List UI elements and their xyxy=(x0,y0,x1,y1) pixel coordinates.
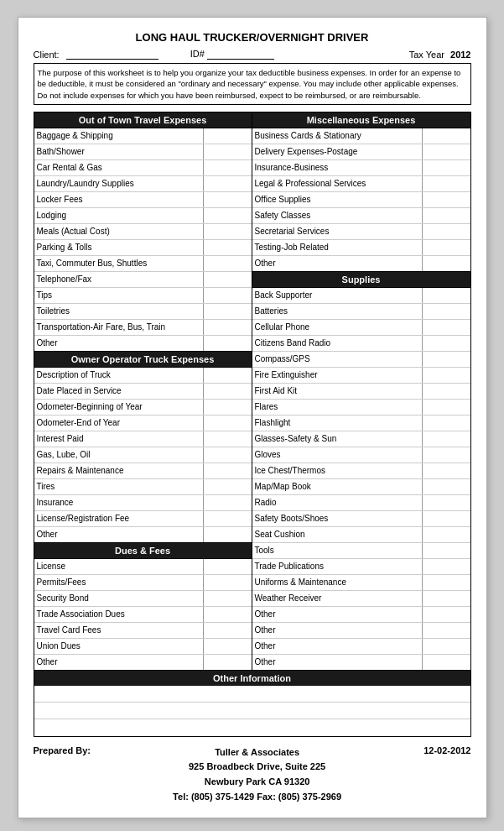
list-item: Other xyxy=(34,527,252,543)
list-item: Insurance xyxy=(34,495,252,511)
list-item: Date Placed in Service xyxy=(34,384,252,400)
list-item: Citizens Band Radio xyxy=(252,336,470,352)
list-item: Taxi, Commuter Bus, Shuttles xyxy=(34,256,252,272)
list-item: Ice Chest/Thermos xyxy=(252,463,470,479)
list-item: License/Registration Fee xyxy=(34,511,252,527)
list-item: First Aid Kit xyxy=(252,384,470,400)
list-item: Lodging xyxy=(34,208,252,224)
list-item: Transportation-Air Fare, Bus, Train xyxy=(34,320,252,336)
list-item: Travel Card Fees xyxy=(34,623,252,639)
list-item: Insurance-Business xyxy=(252,160,470,176)
other-info-row[interactable] xyxy=(34,686,470,703)
list-item: Telephone/Fax xyxy=(34,272,252,288)
other-info-row[interactable] xyxy=(34,703,470,719)
list-item: Trade Publications xyxy=(252,559,470,575)
list-item: Other xyxy=(252,655,470,671)
id-value[interactable] xyxy=(207,49,274,60)
list-item: Toiletries xyxy=(34,304,252,320)
tax-year-value: 2012 xyxy=(450,50,470,60)
list-item: Map/Map Book xyxy=(252,479,470,495)
list-item: Gas, Lube, Oil xyxy=(34,447,252,463)
other-info-section: Other Information xyxy=(34,671,471,737)
main-grid: Out of Town Travel Expenses Baggage & Sh… xyxy=(34,112,471,671)
list-item: Meals (Actual Cost) xyxy=(34,224,252,240)
client-value[interactable] xyxy=(66,49,158,60)
company-name: Tuller & Associates xyxy=(173,745,341,760)
list-item: Compass/GPS xyxy=(252,352,470,368)
section-header-truck: Owner Operator Truck Expenses xyxy=(34,352,252,368)
taxyear-section: Tax Year 2012 xyxy=(409,50,471,60)
list-item: Glasses-Safety & Sun xyxy=(252,431,470,447)
list-item: Safety Classes xyxy=(252,208,470,224)
list-item: Description of Truck xyxy=(34,368,252,384)
list-item: Trade Association Dues xyxy=(34,607,252,623)
list-item: Odometer-End of Year xyxy=(34,416,252,431)
client-label: Client: xyxy=(34,50,60,60)
id-label: ID# xyxy=(190,49,205,59)
list-item: Permits/Fees xyxy=(34,575,252,591)
section-header-dues: Dues & Fees xyxy=(34,543,252,559)
client-row: Client: ID# Tax Year 2012 xyxy=(34,49,471,60)
prepared-by-label: Prepared By: xyxy=(34,745,91,755)
list-item: Other xyxy=(252,639,470,655)
other-info-row[interactable] xyxy=(34,719,470,736)
footer: Prepared By: Tuller & Associates 925 Bro… xyxy=(34,745,471,804)
list-item: Other xyxy=(252,623,470,639)
list-item: Legal & Professional Services xyxy=(252,176,470,192)
list-item: Union Dues xyxy=(34,639,252,655)
list-item: Other xyxy=(34,336,252,352)
list-item: Bath/Shower xyxy=(34,144,252,160)
list-item: Odometer-Beginning of Year xyxy=(34,400,252,416)
section-header-supplies: Supplies xyxy=(252,272,470,288)
list-item: Other xyxy=(252,256,470,272)
list-item: Parking & Tolls xyxy=(34,240,252,256)
page-title: LONG HAUL TRUCKER/OVERNIGHT DRIVER xyxy=(34,31,471,44)
list-item: Business Cards & Stationary xyxy=(252,128,470,144)
list-item: Interest Paid xyxy=(34,431,252,447)
other-info-header: Other Information xyxy=(34,671,470,686)
list-item: Secretarial Services xyxy=(252,224,470,240)
list-item: Other xyxy=(34,655,252,671)
phone: Tel: (805) 375-1429 Fax: (805) 375-2969 xyxy=(173,790,341,805)
list-item: Radio xyxy=(252,495,470,511)
address2: Newbury Park CA 91320 xyxy=(173,775,341,790)
tax-year-label: Tax Year xyxy=(409,50,444,60)
list-item: Laundry/Laundry Supplies xyxy=(34,176,252,192)
other-info-rows xyxy=(34,686,470,736)
list-item: Back Supporter xyxy=(252,288,470,304)
list-item: Seat Cushion xyxy=(252,527,470,543)
list-item: Baggage & Shipping xyxy=(34,128,252,144)
list-item: Batteries xyxy=(252,304,470,320)
address1: 925 Broadbeck Drive, Suite 225 xyxy=(173,760,341,775)
list-item: Cellular Phone xyxy=(252,320,470,336)
list-item: License xyxy=(34,559,252,575)
list-item: Office Supplies xyxy=(252,192,470,208)
list-item: Other xyxy=(252,607,470,623)
list-item: Safety Boots/Shoes xyxy=(252,511,470,527)
page: LONG HAUL TRUCKER/OVERNIGHT DRIVER Clien… xyxy=(18,17,487,818)
list-item: Uniforms & Maintenance xyxy=(252,575,470,591)
list-item: Flashlight xyxy=(252,416,470,431)
list-item: Security Bond xyxy=(34,591,252,607)
right-column: Miscellaneous Expenses Business Cards & … xyxy=(252,112,470,671)
list-item: Locker Fees xyxy=(34,192,252,208)
list-item: Weather Receiver xyxy=(252,591,470,607)
description-text: The purpose of this worksheet is to help… xyxy=(34,63,471,105)
list-item: Tools xyxy=(252,543,470,559)
section-header-travel: Out of Town Travel Expenses xyxy=(34,112,252,128)
list-item: Testing-Job Related xyxy=(252,240,470,256)
list-item: Fire Extinguisher xyxy=(252,368,470,384)
left-column: Out of Town Travel Expenses Baggage & Sh… xyxy=(34,112,252,671)
list-item: Car Rental & Gas xyxy=(34,160,252,176)
section-header-misc: Miscellaneous Expenses xyxy=(252,112,470,128)
footer-date: 12-02-2012 xyxy=(423,745,470,755)
id-section: ID# xyxy=(190,49,274,60)
list-item: Repairs & Maintenance xyxy=(34,463,252,479)
footer-company: Tuller & Associates 925 Broadbeck Drive,… xyxy=(173,745,341,804)
list-item: Delivery Expenses-Postage xyxy=(252,144,470,160)
list-item: Flares xyxy=(252,400,470,416)
list-item: Gloves xyxy=(252,447,470,463)
list-item: Tips xyxy=(34,288,252,304)
list-item: Tires xyxy=(34,479,252,495)
